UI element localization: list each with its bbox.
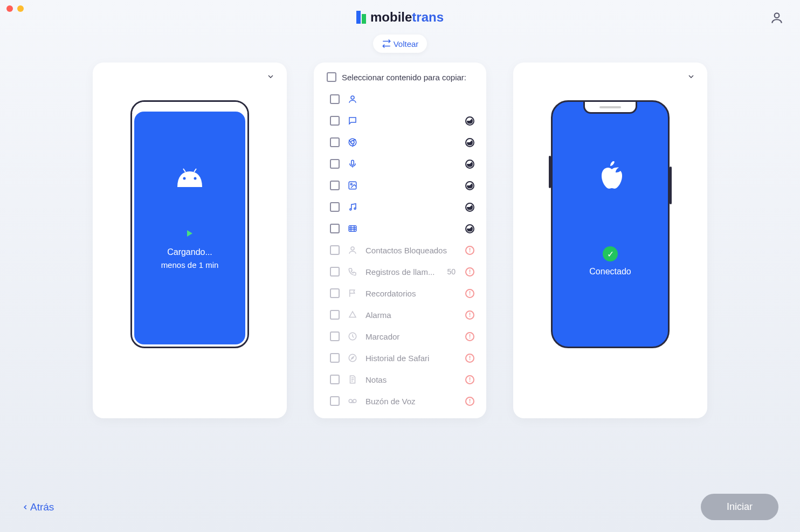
content-item: Buzón de Voz! bbox=[327, 390, 478, 412]
svg-rect-11 bbox=[349, 226, 356, 232]
content-item: Notas! bbox=[327, 369, 478, 390]
loading-status-icon bbox=[465, 181, 474, 190]
chrome-icon bbox=[347, 137, 358, 148]
svg-point-1 bbox=[183, 177, 186, 179]
chevron-down-icon bbox=[687, 72, 695, 81]
content-item: Contactos Bloqueados! bbox=[327, 239, 478, 261]
content-item bbox=[327, 110, 478, 132]
content-item-checkbox[interactable] bbox=[330, 396, 340, 406]
logo-mark-icon bbox=[356, 11, 366, 24]
content-item: Recordatorios! bbox=[327, 282, 478, 304]
content-item bbox=[327, 132, 478, 153]
svg-point-5 bbox=[351, 141, 354, 144]
warning-status-icon: ! bbox=[465, 289, 474, 298]
logo-text: mobiletrans bbox=[370, 10, 444, 25]
source-loading-sub: menos de 1 min bbox=[161, 260, 219, 270]
content-item: Registros de llam...50! bbox=[327, 261, 478, 282]
source-loading-text: Cargando... bbox=[167, 247, 212, 257]
loading-status-icon bbox=[465, 224, 474, 233]
app-logo: mobiletrans bbox=[356, 10, 444, 25]
content-item: Historial de Safari! bbox=[327, 347, 478, 369]
note-icon bbox=[347, 374, 358, 385]
content-item-checkbox[interactable] bbox=[330, 137, 340, 147]
content-item-label: Registros de llam... bbox=[365, 267, 439, 277]
warning-status-icon: ! bbox=[465, 267, 474, 277]
content-item-checkbox[interactable] bbox=[330, 310, 340, 320]
svg-rect-6 bbox=[351, 160, 354, 165]
warning-status-icon: ! bbox=[465, 310, 474, 320]
content-item-label: Contactos Bloqueados bbox=[365, 246, 458, 255]
content-item-checkbox[interactable] bbox=[330, 94, 340, 104]
content-item-checkbox[interactable] bbox=[330, 331, 340, 341]
content-item-checkbox[interactable] bbox=[330, 181, 340, 190]
content-item bbox=[327, 153, 478, 175]
source-device-dropdown[interactable] bbox=[266, 72, 275, 81]
back-button[interactable]: Atrás bbox=[22, 501, 54, 513]
source-device-panel: Cargando... menos de 1 min bbox=[93, 63, 287, 418]
svg-point-0 bbox=[775, 13, 780, 18]
content-item bbox=[327, 88, 478, 110]
warning-status-icon: ! bbox=[465, 375, 474, 384]
content-selection-panel: Seleccionar contenido para copiar: Conta… bbox=[314, 63, 486, 418]
warning-status-icon: ! bbox=[465, 246, 474, 255]
swap-icon bbox=[382, 39, 391, 49]
bookmark-icon bbox=[347, 331, 358, 342]
content-item-checkbox[interactable] bbox=[330, 224, 340, 233]
profile-icon[interactable] bbox=[770, 11, 784, 25]
check-icon: ✓ bbox=[603, 246, 618, 261]
safari-icon bbox=[347, 353, 358, 363]
person-icon bbox=[347, 94, 358, 105]
svg-point-2 bbox=[194, 177, 197, 179]
dest-device-panel: ✓ Conectado bbox=[513, 63, 707, 418]
apple-icon bbox=[597, 161, 624, 192]
warning-status-icon: ! bbox=[465, 354, 474, 363]
content-item-checkbox[interactable] bbox=[330, 288, 340, 298]
select-all-row: Seleccionar contenido para copiar: bbox=[314, 63, 486, 88]
flip-button[interactable]: Voltear bbox=[373, 34, 427, 53]
svg-point-16 bbox=[353, 399, 356, 403]
footer-bar: Atrás Iniciar bbox=[0, 482, 800, 532]
start-button[interactable]: Iniciar bbox=[701, 494, 778, 520]
flag-icon bbox=[347, 288, 358, 299]
select-all-checkbox[interactable] bbox=[327, 72, 336, 82]
content-item-checkbox[interactable] bbox=[330, 116, 340, 126]
loading-status-icon bbox=[465, 116, 474, 126]
content-item-checkbox[interactable] bbox=[330, 375, 340, 384]
content-item-label: Marcador bbox=[365, 332, 458, 341]
content-item-checkbox[interactable] bbox=[330, 245, 340, 255]
content-item-label: Alarma bbox=[365, 310, 458, 320]
loading-status-icon bbox=[465, 203, 474, 212]
dest-status-text: Conectado bbox=[589, 267, 631, 277]
android-phone-illustration: Cargando... menos de 1 min bbox=[130, 100, 249, 348]
content-item bbox=[327, 196, 478, 218]
svg-point-15 bbox=[349, 399, 352, 403]
play-icon bbox=[187, 230, 192, 237]
dest-device-dropdown[interactable] bbox=[687, 72, 695, 81]
content-item-label: Notas bbox=[365, 375, 458, 384]
svg-point-12 bbox=[351, 247, 354, 250]
svg-point-8 bbox=[350, 183, 352, 185]
message-icon bbox=[347, 115, 358, 126]
content-item-checkbox[interactable] bbox=[330, 202, 340, 212]
content-item-checkbox[interactable] bbox=[330, 353, 340, 363]
content-list[interactable]: Contactos Bloqueados!Registros de llam..… bbox=[314, 88, 486, 418]
svg-point-10 bbox=[354, 208, 356, 210]
back-label: Atrás bbox=[30, 501, 54, 513]
warning-status-icon: ! bbox=[465, 397, 474, 406]
alarm-icon bbox=[347, 309, 358, 320]
content-item bbox=[327, 175, 478, 196]
iphone-illustration: ✓ Conectado bbox=[551, 100, 670, 348]
select-header-label: Seleccionar contenido para copiar: bbox=[342, 73, 466, 82]
content-item-checkbox[interactable] bbox=[330, 159, 340, 169]
warning-status-icon: ! bbox=[465, 332, 474, 341]
content-item-label: Historial de Safari bbox=[365, 354, 458, 363]
mic-icon bbox=[347, 158, 358, 169]
svg-point-9 bbox=[350, 209, 351, 210]
music-icon bbox=[347, 202, 358, 212]
content-item-label: Recordatorios bbox=[365, 289, 458, 298]
loading-status-icon bbox=[465, 160, 474, 169]
content-item-checkbox[interactable] bbox=[330, 267, 340, 277]
content-item-label: Buzón de Voz bbox=[365, 397, 458, 406]
video-icon bbox=[347, 223, 358, 234]
phone-icon bbox=[347, 266, 358, 277]
